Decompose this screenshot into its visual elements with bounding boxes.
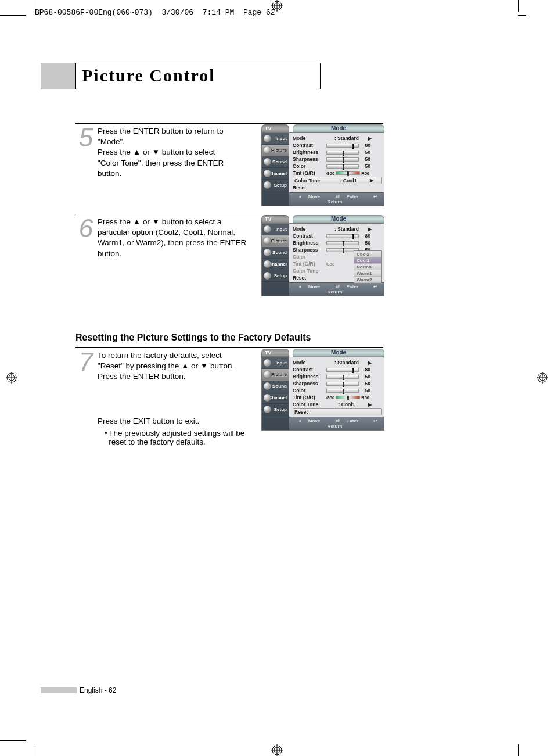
step-text: Press the ▲ or ▼ button to select a part…	[98, 217, 247, 259]
osd-tv-badge: TV	[261, 124, 289, 132]
subsection-heading: Resetting the Picture Settings to the Fa…	[75, 332, 311, 343]
osd-title: Mode	[293, 124, 384, 132]
osd-screenshot-3: TV Mode Input Picture Sound Channel Setu…	[261, 349, 384, 431]
section-title-bar: Picture Control	[41, 63, 321, 89]
colortone-dropdown: Cool2 Cool1 Normal Warm1 Warm2	[354, 250, 382, 284]
print-header: BP68-00586F-00Eng(060~073) 3/30/06 7:14 …	[35, 8, 275, 17]
osd-row-reset-selected: Reset	[293, 408, 382, 415]
registration-mark-bottom	[271, 744, 283, 756]
step-number: 7	[75, 350, 96, 374]
section-title: Picture Control	[75, 63, 321, 89]
osd-screenshot-1: TV Mode Input Picture Sound Channel Setu…	[261, 124, 384, 206]
step-number: 5	[75, 126, 96, 149]
step-number: 6	[75, 217, 96, 240]
step-text: To return the factory defaults, select "…	[98, 350, 243, 427]
osd-screenshot-2: TV Mode Input Picture Sound Channel Setu…	[261, 215, 384, 296]
osd-row-colortone-selected: Color Tone: Cool1▶	[293, 177, 382, 184]
step-text: Press the ENTER button to return to "Mod…	[98, 126, 237, 179]
osd-sidebar: Input Picture Sound Channel Setup	[262, 133, 289, 206]
registration-mark-left	[6, 372, 17, 384]
step-bullet: •The previously adjusted settings will b…	[105, 429, 250, 446]
page-number: English - 62	[80, 686, 116, 694]
page-footer: English - 62	[41, 686, 116, 694]
registration-mark-right	[537, 372, 548, 384]
